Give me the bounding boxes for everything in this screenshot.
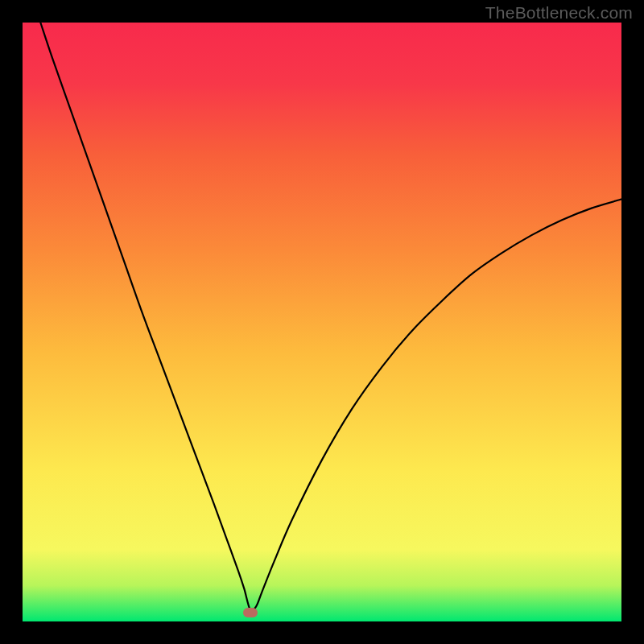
chart-svg (23, 23, 621, 621)
chart-plot-area (23, 23, 621, 621)
watermark-text: TheBottleneck.com (485, 3, 633, 23)
bottleneck-curve (40, 23, 621, 611)
chart-frame: TheBottleneck.com (0, 0, 644, 644)
optimal-point-marker (243, 608, 258, 617)
